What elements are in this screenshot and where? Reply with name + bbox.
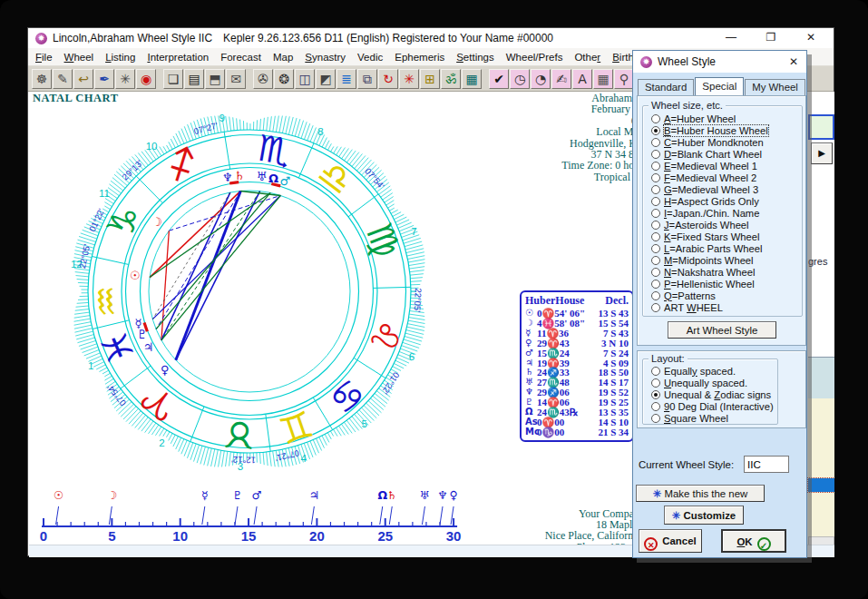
art-wheel-style-button[interactable]: Art Wheel Style (668, 321, 776, 339)
calendar-icon[interactable]: ▦ (462, 69, 482, 89)
aspect-wheel-icon[interactable]: ✳ (115, 69, 135, 89)
layout-option-90-deg-dial-interactive[interactable]: 90 Deg Dial (Interactive) (651, 400, 811, 412)
background-arrow-button[interactable]: ▶ (811, 142, 833, 164)
chart-quill-icon[interactable]: ✒ (94, 69, 114, 89)
layout-option-unequal-zodiac-signs[interactable]: Unequal & Zodiac signs (651, 388, 811, 400)
clock-wheel-icon[interactable]: ◔ (531, 69, 551, 89)
radio-button[interactable] (651, 197, 660, 206)
layout-option-equally-spaced[interactable]: Equally spaced. (651, 365, 811, 377)
wheel-target-icon[interactable]: ❂ (274, 69, 294, 89)
menu-item-interpretation[interactable]: Interpretation (147, 52, 209, 63)
option-n-nakshatra-wheel[interactable]: N=Nakshatra Wheel (651, 266, 802, 278)
menu-item-forecast[interactable]: Forecast (220, 52, 261, 63)
radio-button[interactable] (651, 138, 660, 147)
menu-item-wheel-prefs[interactable]: Wheel/Prefs (506, 52, 563, 63)
grid-wheel-icon[interactable]: ⊞ (420, 69, 440, 89)
radio-button[interactable] (651, 126, 660, 135)
menu-item-listing[interactable]: Listing (105, 52, 135, 63)
customize-button[interactable]: ✳ Customize (664, 506, 744, 525)
option-h-aspect-grids-only[interactable]: H=Aspect Grids Only (651, 195, 802, 207)
clock-icon[interactable]: ◷ (510, 69, 530, 89)
layout-option-unequally-spaced[interactable]: Unequally spaced. (651, 377, 811, 388)
menu-item-map[interactable]: Map (273, 52, 293, 63)
grid-window-icon[interactable]: ▦ (593, 69, 613, 89)
asterisk-red-icon[interactable]: ✳ (399, 69, 419, 89)
close-button[interactable]: ✕ (801, 30, 821, 45)
option-j-asteroids-wheel[interactable]: J=Asteroids Wheel (651, 219, 802, 231)
radio-button[interactable] (651, 390, 660, 399)
radio-button[interactable] (651, 244, 660, 253)
menu-item-file[interactable]: File (35, 52, 53, 63)
option-d-blank-chart-wheel[interactable]: D=Blank Chart Wheel (651, 148, 802, 160)
minimize-button[interactable]: — (721, 30, 741, 45)
mail-icon[interactable]: ✉ (226, 69, 246, 89)
dialog-close-icon[interactable]: ✕ (786, 54, 801, 69)
tab-my-wheel[interactable]: My Wheel (745, 79, 805, 97)
magnifier-icon[interactable]: ⚲ (614, 69, 634, 89)
radio-button[interactable] (651, 185, 660, 194)
radio-button[interactable] (651, 414, 660, 423)
radio-button[interactable] (651, 256, 660, 265)
contrast-icon[interactable]: ◩ (316, 69, 336, 89)
option-e-medieval-wheel-1[interactable]: E=Medieval Wheel 1 (651, 160, 802, 172)
radio-button[interactable] (651, 173, 660, 182)
radio-button[interactable] (651, 367, 660, 376)
option-g-medieval-wheel-3[interactable]: G=Medieval Wheel 3 (651, 183, 802, 195)
maximize-button[interactable]: ❐ (761, 30, 781, 45)
option-p-hellenistic-wheel[interactable]: P=Hellenistic Wheel (651, 278, 802, 290)
cancel-button[interactable]: ✕Cancel (639, 529, 702, 553)
om-icon[interactable]: ॐ (441, 69, 461, 89)
wheel-window-icon[interactable]: ✇ (253, 69, 273, 89)
option-art-wheel[interactable]: ART WHEEL (651, 301, 802, 313)
window-select-icon[interactable]: ❏ (163, 69, 183, 89)
copy-document-icon[interactable]: ⧉ (357, 69, 377, 89)
layout-option-square-wheel[interactable]: Square Wheel (651, 412, 811, 424)
radio-button[interactable] (651, 209, 660, 218)
menu-item-other[interactable]: Other (574, 52, 600, 63)
radio-button[interactable] (651, 232, 660, 241)
option-q-patterns[interactable]: Q=Patterns (651, 290, 802, 301)
option-c-huber-mondknoten[interactable]: C=Huber Mondknoten (651, 136, 802, 148)
current-wheel-style-input[interactable] (744, 456, 789, 473)
menu-item-vedic[interactable]: Vedic (357, 52, 383, 63)
option-k-fixed-stars-wheel[interactable]: K=Fixed Stars Wheel (651, 231, 802, 242)
report-icon[interactable]: ≣ (336, 69, 356, 89)
font-document-icon[interactable]: A (572, 69, 592, 89)
rotate-red-icon[interactable]: ↻ (378, 69, 398, 89)
option-i-japan-chin-name[interactable]: I=Japan./Chin. Name (651, 207, 802, 219)
option-m-midpoints-wheel[interactable]: M=Midpoints Wheel (651, 254, 802, 266)
previous-chart-icon[interactable]: ↩ (73, 69, 93, 89)
option-b-huber-house-wheel[interactable]: B=Huber House Wheel (651, 124, 802, 136)
radio-button[interactable] (651, 150, 660, 159)
camera-icon[interactable]: ◫ (295, 69, 315, 89)
make-default-button[interactable]: ✳ Make this the new default (636, 485, 765, 502)
menu-item-settings[interactable]: Settings (456, 52, 494, 63)
radio-button[interactable] (651, 114, 660, 123)
radio-button[interactable] (651, 162, 660, 171)
edit-chart-wheel-icon[interactable]: ✎ (53, 69, 73, 89)
radio-button[interactable] (651, 291, 660, 300)
radio-button[interactable] (651, 303, 660, 312)
ok-button[interactable]: OK✓ (721, 529, 786, 553)
option-f-medieval-wheel-2[interactable]: F=Medieval Wheel 2 (651, 172, 802, 183)
tab-standard[interactable]: Standard (638, 79, 694, 97)
radio-button[interactable] (651, 378, 660, 388)
menu-item-synastry[interactable]: Synastry (305, 52, 346, 63)
radio-button[interactable] (651, 402, 660, 411)
option-l-arabic-parts-wheel[interactable]: L=Arabic Parts Wheel (651, 242, 802, 254)
save-icon[interactable]: ▤ (184, 69, 204, 89)
background-selected-row[interactable] (808, 478, 834, 492)
radio-button[interactable] (651, 280, 660, 289)
new-chart-wheel-icon[interactable]: ☸ (32, 69, 52, 89)
menu-item-wheel[interactable]: Wheel (64, 52, 94, 63)
target-wheel-icon[interactable]: ◉ (136, 69, 156, 89)
check-icon[interactable]: ✔ (489, 69, 509, 89)
radio-button[interactable] (651, 268, 660, 277)
radio-button[interactable] (651, 221, 660, 230)
print-icon[interactable]: ⬒ (205, 69, 225, 89)
house-number: 11 (99, 188, 110, 199)
document-write-icon[interactable]: ✍ (551, 69, 571, 89)
scale-planet-glyph: ☉ (54, 488, 63, 502)
option-a-huber-wheel[interactable]: A=Huber Wheel (651, 113, 802, 124)
menu-item-ephemeris[interactable]: Ephemeris (395, 52, 444, 63)
